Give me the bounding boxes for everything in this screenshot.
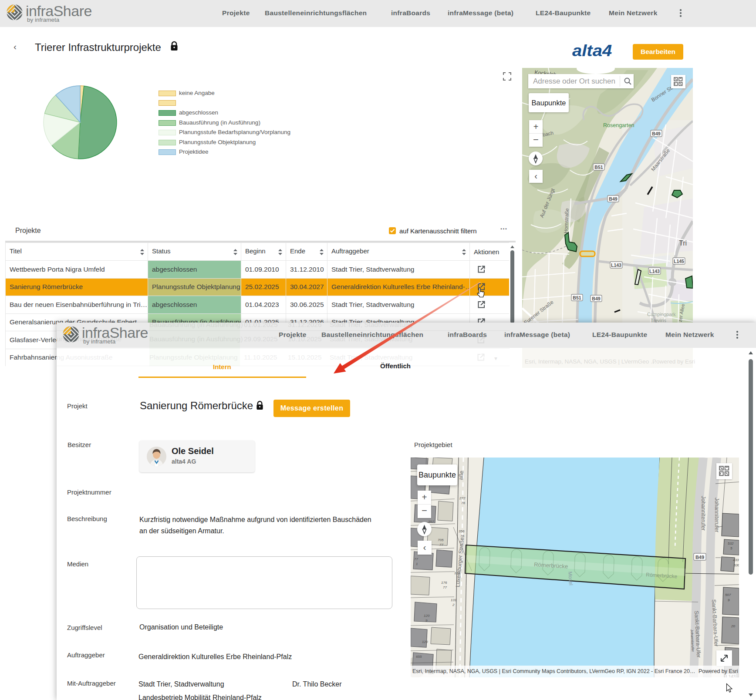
svg-text:L143: L143: [649, 269, 660, 274]
svg-text:B51: B51: [573, 295, 581, 300]
svg-text:120: 120: [424, 614, 430, 618]
svg-text:5: 5: [730, 546, 732, 550]
svg-text:9: 9: [728, 598, 730, 602]
svg-text:76: 76: [461, 501, 465, 505]
svg-text:272: 272: [459, 496, 466, 500]
svg-text:aße: aße: [458, 471, 465, 481]
svg-text:705: 705: [438, 538, 444, 542]
svg-text:120: 120: [422, 640, 428, 644]
svg-text:176: 176: [441, 581, 447, 585]
svg-text:532: 532: [728, 542, 734, 545]
svg-text:Tri: Tri: [679, 239, 687, 247]
svg-text:356: 356: [459, 529, 465, 533]
svg-text:B49: B49: [652, 131, 660, 136]
svg-text:Mosel: Mosel: [567, 571, 574, 586]
svg-text:77: 77: [439, 543, 443, 547]
svg-text:Campingpark: Campingpark: [647, 312, 676, 317]
svg-text:Rosengarten: Rosengarten: [603, 122, 634, 128]
svg-text:655: 655: [416, 655, 422, 659]
svg-text:Johanniterufer: Johanniterufer: [714, 498, 720, 532]
svg-text:B49: B49: [695, 555, 704, 560]
svg-text:B51: B51: [594, 165, 603, 170]
svg-text:Johanniterufer: Johanniterufer: [700, 496, 706, 531]
svg-text:L143: L143: [611, 262, 621, 268]
svg-text:131: 131: [451, 598, 456, 602]
svg-text:433: 433: [733, 558, 739, 562]
svg-text:1: 1: [416, 562, 418, 566]
svg-text:507: 507: [725, 593, 731, 597]
svg-text:630: 630: [734, 563, 739, 567]
svg-text:77: 77: [443, 586, 447, 589]
svg-text:9: 9: [425, 619, 428, 623]
svg-text:B49: B49: [609, 196, 617, 202]
svg-text:B49: B49: [592, 296, 600, 301]
svg-text:77: 77: [414, 557, 418, 561]
svg-text:20: 20: [731, 624, 735, 628]
svg-text:2: 2: [452, 603, 455, 607]
svg-text:L145: L145: [674, 259, 684, 264]
